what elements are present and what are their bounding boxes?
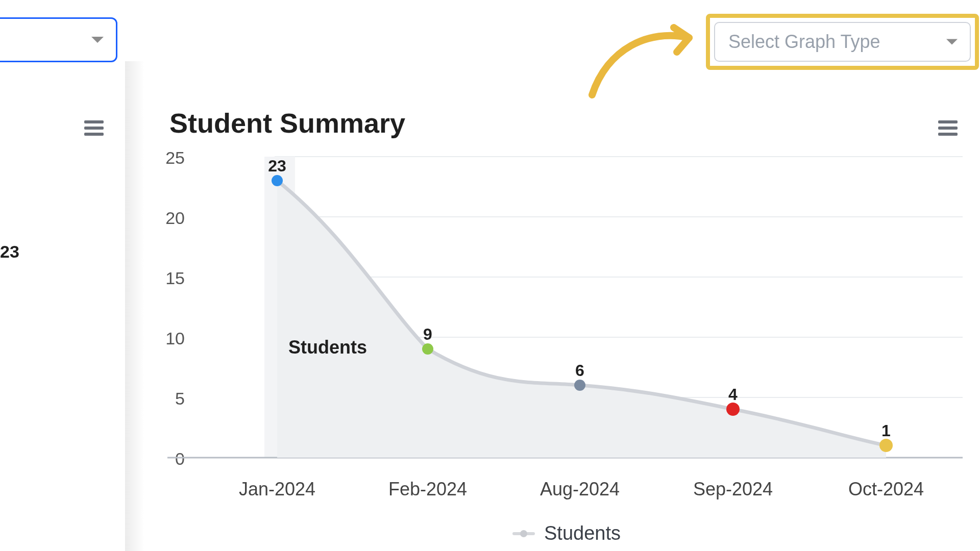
data-label: 9 <box>423 325 432 344</box>
x-tick: Feb-2024 <box>388 479 467 500</box>
data-label: 1 <box>881 421 891 440</box>
chart-area: 25 20 15 10 5 0 23 9 6 4 1 <box>0 0 980 551</box>
svg-point-10 <box>574 380 585 391</box>
svg-point-8 <box>272 175 283 186</box>
svg-point-11 <box>726 403 740 416</box>
x-tick: Sep-2024 <box>693 479 773 500</box>
data-label: 6 <box>575 361 584 380</box>
x-tick: Oct-2024 <box>848 479 924 500</box>
svg-point-9 <box>422 343 433 355</box>
legend-label: Students <box>544 522 621 544</box>
x-tick: Aug-2024 <box>540 479 620 500</box>
x-tick: Jan-2024 <box>239 479 315 500</box>
legend-swatch-icon <box>512 532 535 535</box>
svg-point-12 <box>879 439 893 452</box>
series-inline-label: Students <box>288 337 367 358</box>
line-chart <box>167 154 963 465</box>
data-label: 4 <box>728 385 738 404</box>
data-label: 23 <box>268 157 286 176</box>
chart-legend: Students <box>512 522 621 544</box>
